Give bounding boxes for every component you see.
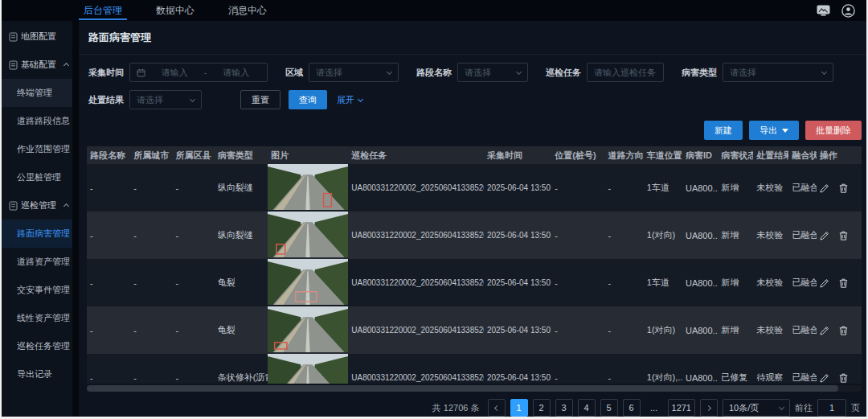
page-title: 路面病害管理 <box>79 21 866 55</box>
sidebar-item-map-config[interactable]: 地图配置 <box>2 23 72 51</box>
goto-page-input[interactable] <box>817 399 846 417</box>
page-size-select[interactable]: 10条/页 <box>723 399 790 417</box>
inspection-task-input[interactable]: 请输入巡检任务名称 <box>587 63 664 82</box>
edit-button[interactable] <box>820 373 829 383</box>
road-photo[interactable] <box>268 259 348 305</box>
table-row[interactable]: ---龟裂UA800331220002_20250604133852059202… <box>87 306 862 354</box>
page-button-4[interactable]: 4 <box>578 399 596 417</box>
chevron-right-icon <box>705 405 710 410</box>
sidebar-item-km-post-mgmt[interactable]: 公里桩管理 <box>2 163 72 191</box>
search-button[interactable]: 查询 <box>289 90 327 109</box>
cell-disease-type: 龟裂 <box>215 259 268 306</box>
sidebar-item-linear-asset-mgmt[interactable]: 线性资产管理 <box>2 304 72 332</box>
delete-button[interactable] <box>839 183 848 193</box>
sidebar-item-export-records[interactable]: 导出记录 <box>2 360 72 388</box>
sidebar-item-terminal-mgmt[interactable]: 终端管理 <box>2 79 72 107</box>
menu-doc-icon <box>9 201 18 211</box>
page-button-6[interactable]: 6 <box>623 399 641 417</box>
sidebar-item-basic-config[interactable]: 基础配置 <box>2 51 72 79</box>
user-avatar-icon[interactable] <box>841 4 855 18</box>
filter-region: 区域 请选择 <box>285 63 399 82</box>
region-select[interactable]: 请选择 <box>309 63 399 82</box>
cell-collect-time: 2025-06-04 13:50 <box>484 306 551 354</box>
cell-actions <box>817 354 862 384</box>
cell-status: 新增 <box>718 306 753 354</box>
filter-collect-time: 采集时间 请输入 - 请输入 <box>88 63 268 82</box>
sidebar-item-road-section-info[interactable]: 道路路段信息 <box>2 107 72 135</box>
edit-button[interactable] <box>820 183 829 193</box>
cell-county: - <box>172 306 214 354</box>
cell-disease-id: UA800... <box>682 164 718 212</box>
road-photo[interactable] <box>268 164 348 210</box>
column-header: 车道位置 <box>644 146 682 164</box>
cell-status: 新增 <box>718 164 753 212</box>
page-button-1271[interactable]: 1271 <box>668 399 695 417</box>
sidebar-item-inspection-task-mgmt[interactable]: 巡检任务管理 <box>2 332 72 360</box>
export-button[interactable]: 导出 <box>749 121 799 140</box>
edit-button[interactable] <box>820 278 829 288</box>
horizontal-scrollbar[interactable] <box>87 385 862 392</box>
edit-button[interactable] <box>820 326 829 335</box>
cell-road-name: - <box>87 212 130 259</box>
disease-type-select[interactable]: 请选择 <box>723 63 833 82</box>
cell-disease-type: 纵向裂缝 <box>215 164 268 212</box>
cell-dispose: 未校验 <box>753 212 788 259</box>
page-button-3[interactable]: 3 <box>555 399 573 417</box>
sidebar-item-road-disease-mgmt[interactable]: 路面病害管理 <box>2 220 72 248</box>
goto-label: 前往 <box>795 402 813 414</box>
disease-table: 路段名称所属城市所属区县病害类型图片巡检任务采集时间位置(桩号)道路方向车道位置… <box>87 146 862 384</box>
cell-disease-type: 条状修补(沥青) <box>215 354 268 384</box>
road-name-select[interactable]: 请选择 <box>457 63 528 82</box>
chevron-down-icon <box>821 68 827 74</box>
cell-road-name: - <box>87 164 130 212</box>
cell-direction: - <box>605 306 644 354</box>
table-row[interactable]: ---纵向裂缝UA800331220002_202506041338520592… <box>87 164 862 212</box>
page-button-1[interactable]: 1 <box>510 399 528 417</box>
prev-page-button[interactable] <box>488 399 506 417</box>
top-tab-message-center[interactable]: 消息中心 <box>228 0 267 21</box>
road-photo[interactable] <box>268 354 348 384</box>
screen-image-icon[interactable] <box>817 5 830 16</box>
road-photo[interactable] <box>268 212 348 257</box>
delete-button[interactable] <box>839 231 848 240</box>
column-header: 所属区县 <box>172 146 214 164</box>
next-page-button[interactable] <box>700 399 718 417</box>
cell-dispose: 未校验 <box>753 164 788 212</box>
action-buttons: 新建 导出 批量删除 <box>79 119 866 146</box>
table-row[interactable]: ---龟裂UA800331220002_20250604133852059202… <box>87 259 862 306</box>
cell-road-name: - <box>87 259 130 306</box>
collect-time-range-input[interactable]: 请输入 - 请输入 <box>129 63 268 82</box>
page-button-2[interactable]: 2 <box>533 399 551 417</box>
top-tab-data-center[interactable]: 数据中心 <box>156 0 194 21</box>
batch-delete-button[interactable]: 批量删除 <box>805 121 862 140</box>
expand-toggle[interactable]: 展开 <box>337 94 362 106</box>
chevron-down-icon <box>387 68 392 74</box>
scrollbar-thumb[interactable] <box>87 385 838 392</box>
column-header: 病害类型 <box>215 146 268 164</box>
delete-button[interactable] <box>839 373 848 383</box>
sidebar-item-work-scope-mgmt[interactable]: 作业范围管理 <box>2 135 72 163</box>
top-tab-backend[interactable]: 后台管理 <box>84 0 122 21</box>
sidebar-item-traffic-event-mgmt[interactable]: 交安事件管理 <box>2 276 72 304</box>
delete-button[interactable] <box>839 326 848 335</box>
column-header: 病害ID <box>682 146 718 164</box>
page-more-button[interactable]: ... <box>645 399 663 417</box>
calendar-icon <box>137 68 145 77</box>
delete-button[interactable] <box>839 278 848 288</box>
road-photo[interactable] <box>268 306 348 352</box>
page-button-5[interactable]: 5 <box>600 399 618 417</box>
pagination-total: 共 12706 条 <box>432 402 480 414</box>
cell-position: - <box>551 354 604 384</box>
sidebar-item-inspection-mgmt[interactable]: 巡检管理 <box>2 191 72 220</box>
dispose-result-select[interactable]: 请选择 <box>129 90 202 109</box>
cell-task: UA800331220002_20250604133852059 <box>348 259 484 306</box>
create-button[interactable]: 新建 <box>704 121 743 140</box>
data-table-container: 路段名称所属城市所属区县病害类型图片巡检任务采集时间位置(桩号)道路方向车道位置… <box>87 146 862 384</box>
table-row[interactable]: ---条状修补(沥青)UA800331220002_20250604133852… <box>87 354 862 384</box>
column-header: 巡检任务 <box>348 146 484 164</box>
chevron-up-icon <box>63 63 69 68</box>
edit-button[interactable] <box>820 231 829 240</box>
reset-button[interactable]: 重置 <box>240 90 280 109</box>
sidebar-item-road-asset-mgmt[interactable]: 道路资产管理 <box>2 248 72 276</box>
table-row[interactable]: ---纵向裂缝UA800331220002_202506041338520592… <box>87 212 862 259</box>
